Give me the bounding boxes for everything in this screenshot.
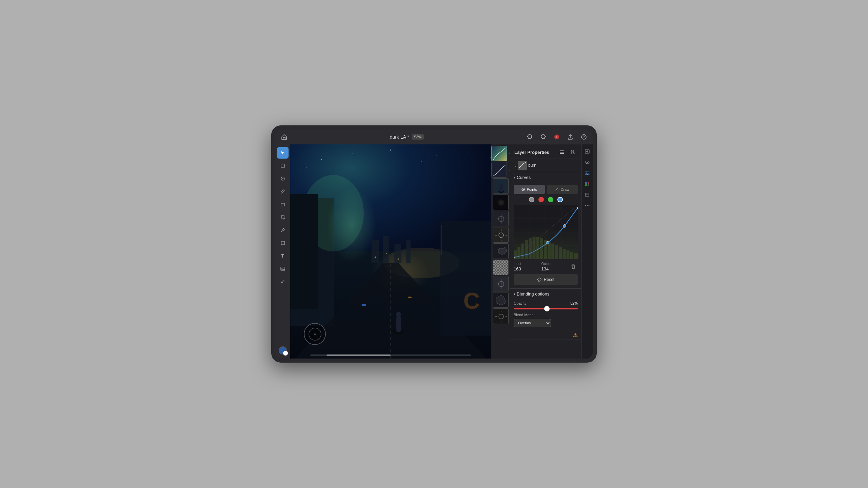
svg-line-10 [281,231,282,232]
blending-section-header[interactable]: ▾ Blending options [510,289,581,299]
svg-point-7 [282,178,283,179]
layer-item-person[interactable] [491,178,510,194]
blue-channel[interactable] [557,197,563,202]
visibility-button[interactable] [583,158,592,167]
canvas-image: C [290,144,491,359]
curves-graph[interactable] [514,205,578,259]
opacity-row: Opacity 52% [514,301,578,305]
blend-mode-select[interactable]: Overlay Normal Multiply Screen Soft Ligh… [514,319,551,327]
svg-rect-126 [588,182,589,184]
layer-thumb-brightness2[interactable] [493,308,509,324]
layer-item-checker[interactable] [491,260,510,275]
select-tool-button[interactable] [277,147,289,159]
layer-thumb-brightness[interactable] [493,227,509,243]
brush-tool-button[interactable] [277,186,289,197]
opacity-slider-thumb[interactable] [544,306,550,311]
blend-mode-label: Blend Mode [514,313,534,317]
panel-title: Layer Properties [514,150,549,155]
layer-item-balance2[interactable] [491,276,510,291]
layer-item-balance[interactable] [491,211,510,226]
panel-header: Layer Properties [510,144,581,159]
lasso-tool-button[interactable] [277,160,289,171]
blending-collapse-icon: ▾ [514,292,515,296]
svg-rect-8 [281,203,284,206]
panel-header-icons [557,148,577,157]
eyedropper2-button[interactable] [277,276,289,287]
svg-rect-79 [560,153,564,154]
mask-icon: ⌄ [514,163,517,168]
curves-collapse-icon: ▾ [514,176,515,179]
eraser-tool-button[interactable] [277,199,289,210]
add-layer-button[interactable] [583,147,592,156]
paint-bucket-button[interactable] [277,211,289,223]
more-options-button[interactable] [583,201,592,210]
tablet-inner: dark LA * 53% [275,129,593,359]
points-mode-button[interactable]: Points [514,185,545,194]
undo-button[interactable] [525,132,534,142]
svg-point-123 [586,173,587,174]
tablet-frame: dark LA * 53% [271,125,597,363]
svg-point-131 [587,205,588,206]
layer-thumb-checker[interactable] [493,260,509,275]
adjustments-button[interactable] [583,169,592,178]
output-value[interactable]: 134 [541,266,568,271]
background-color[interactable] [283,350,288,356]
layer-thumb-paint[interactable] [493,243,509,259]
channel-dots [514,197,578,202]
text-tool-button[interactable]: T [277,250,289,262]
adjustment-options-button[interactable] [568,148,577,157]
layer-item-curves2[interactable]: ◀ [491,162,510,178]
reset-button[interactable]: Reset [514,274,578,285]
layer-thumb-curves[interactable] [491,146,507,161]
svg-rect-77 [560,150,564,151]
layer-thumb-person[interactable] [493,178,509,194]
svg-rect-127 [585,184,587,186]
input-value[interactable]: 163 [514,266,540,271]
histogram-bg [514,227,578,259]
top-bar-center: dark LA * 53% [390,134,424,140]
navigator-circle[interactable] [304,323,326,345]
opacity-slider[interactable] [514,308,578,309]
canvas-area[interactable]: C [290,144,491,359]
composite-channel[interactable] [529,197,534,202]
red-channel[interactable] [538,197,544,202]
layer-item-brightness2[interactable] [491,308,510,324]
home-button[interactable] [279,132,289,142]
svg-rect-78 [560,152,564,152]
zoom-level[interactable]: 53% [412,134,424,140]
layer-thumb-curves2[interactable] [491,162,507,178]
layer-item-dark[interactable] [491,195,510,210]
opacity-value: 52% [570,301,578,305]
main-area: T [275,144,593,359]
layer-name-row: ⌄ burn [510,159,581,172]
horizontal-scrollbar[interactable] [310,354,471,356]
green-channel[interactable] [548,197,553,202]
layer-thumb-balance2[interactable] [493,276,509,291]
layer-thumb-balance[interactable] [493,211,509,226]
layer-item-paint2[interactable] [491,292,510,308]
dropper-tool-button[interactable] [277,224,289,236]
right-icons-bar [581,144,593,359]
layer-thumb-dark[interactable] [493,195,509,210]
blending-section-title: Blending options [517,291,578,297]
svg-point-130 [585,205,586,206]
layers-panel-button[interactable] [557,148,566,157]
curves-section-header[interactable]: ▾ Curves [510,172,581,183]
image-tool-button[interactable] [277,263,289,274]
redo-button[interactable] [538,132,548,142]
magic-wand-button[interactable] [277,173,289,184]
layer-item-paint[interactable] [491,243,510,259]
filter-button[interactable] [583,190,592,199]
delete-point-button[interactable] [569,262,578,271]
layer-thumb-paint2[interactable] [493,292,509,308]
layer-item-curves-top[interactable]: ◀ [491,146,510,161]
svg-point-81 [573,152,574,154]
curves-section: ▾ Curves Points [510,172,581,289]
draw-mode-button[interactable]: Draw [547,185,578,194]
help-button[interactable]: ? [579,132,589,142]
color-adjustments-button[interactable] [583,180,592,188]
layer-item-brightness[interactable] [491,227,510,243]
share-button[interactable] [566,132,575,142]
notifications-button[interactable]: ! [552,132,561,142]
crop-tool-button[interactable] [277,237,289,249]
